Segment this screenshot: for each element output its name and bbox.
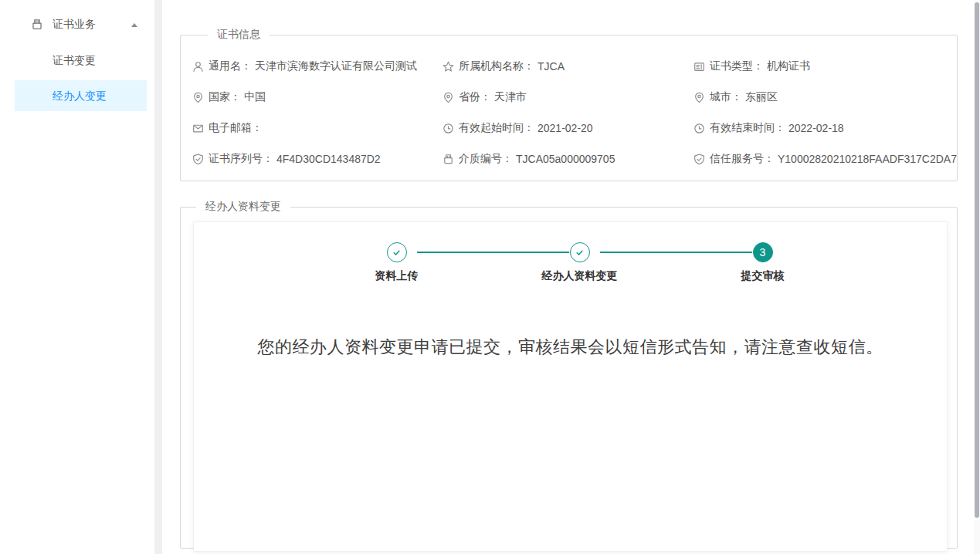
- field-label: 有效起始时间：: [459, 121, 534, 135]
- field-value: TJCA: [537, 60, 565, 73]
- field-label: 有效结束时间：: [710, 121, 785, 135]
- progress-stepper: 资料上传 经办人资料变更 3 提交审核: [203, 242, 956, 283]
- field-label: 证书序列号：: [209, 152, 273, 166]
- field-email: 电子邮箱：: [192, 113, 443, 144]
- step-agent-info-change: 经办人资料变更: [488, 242, 671, 283]
- step-connector: [600, 252, 752, 253]
- step-data-upload: 资料上传: [305, 242, 488, 283]
- agent-change-legend: 经办人资料变更: [196, 200, 290, 214]
- user-icon: [192, 61, 204, 73]
- field-value: 天津市滨海数字认证有限公司测试: [255, 59, 417, 73]
- shield-check-icon: [192, 154, 204, 165]
- location-icon: [192, 92, 204, 103]
- sidebar-menu-cert-business[interactable]: 证书业务: [0, 9, 154, 40]
- submission-result-message: 您的经办人资料变更申请已提交，审核结果会以短信形式告知，请注意查收短信。: [194, 336, 947, 359]
- clock-icon: [443, 123, 454, 134]
- field-label: 介质编号：: [459, 152, 513, 166]
- field-org-name: 所属机构名称： TJCA: [443, 51, 693, 82]
- page-scrollbar-thumb[interactable]: [975, 2, 979, 518]
- field-label: 电子邮箱：: [209, 121, 263, 135]
- field-value: 中国: [244, 90, 266, 104]
- field-value: 4F4D30CD143487D2: [276, 153, 381, 165]
- step-number: 3: [753, 242, 773, 262]
- star-icon: [443, 61, 454, 73]
- agent-change-panel: 经办人资料变更 资料上传 经办人资料变更: [180, 200, 958, 549]
- sidebar-item-cert-change[interactable]: 证书变更: [0, 45, 154, 76]
- idcard-icon: [693, 61, 705, 73]
- field-country: 国家： 中国: [192, 82, 443, 113]
- sidebar: 证书业务 证书变更 经办人变更: [0, 0, 154, 554]
- field-label: 国家：: [209, 90, 241, 104]
- clock-icon: [693, 123, 705, 134]
- certificate-fields-grid: 通用名： 天津市滨海数字认证有限公司测试 所属机构名称： TJCA 证书类型： …: [192, 51, 957, 174]
- usb-icon: [443, 154, 454, 165]
- step-label: 经办人资料变更: [542, 269, 618, 283]
- field-label: 通用名：: [209, 59, 252, 73]
- location-icon: [443, 92, 454, 103]
- field-province: 省份： 天津市: [443, 82, 693, 113]
- step-check-icon: [387, 242, 407, 262]
- field-trust-service-number: 信任服务号： Y10002820210218FAADF317C2DA7326: [693, 144, 957, 174]
- field-value: TJCA05a000009705: [516, 153, 615, 165]
- main-content: 证书信息 通用名： 天津市滨海数字认证有限公司测试 所属机构名称： TJCA: [162, 0, 980, 554]
- agent-change-card: 资料上传 经办人资料变更 3 提交审核 您的经办: [193, 221, 948, 552]
- field-value: 东丽区: [745, 90, 778, 104]
- certificate-info-legend: 证书信息: [208, 28, 270, 42]
- step-connector: [417, 252, 569, 253]
- sidebar-menu-title: 证书业务: [53, 18, 131, 32]
- mail-icon: [192, 123, 204, 134]
- step-submit-review: 3 提交审核: [671, 242, 854, 283]
- field-value: 2022-02-18: [788, 122, 844, 134]
- field-label: 省份：: [459, 90, 491, 104]
- field-label: 信任服务号：: [710, 152, 775, 166]
- chevron-up-icon: [131, 23, 137, 27]
- sidebar-scrollbar[interactable]: [154, 0, 162, 554]
- field-value: Y10002820210218FAADF317C2DA7326: [778, 153, 957, 165]
- shield-check-icon: [693, 154, 705, 165]
- usb-icon: [31, 19, 43, 31]
- step-label: 资料上传: [375, 269, 419, 283]
- sidebar-item-agent-change[interactable]: 经办人变更: [15, 80, 147, 111]
- field-cert-type: 证书类型： 机构证书: [693, 51, 957, 82]
- field-serial-number: 证书序列号： 4F4D30CD143487D2: [192, 144, 443, 174]
- step-check-icon: [570, 242, 590, 262]
- field-label: 证书类型：: [710, 59, 764, 73]
- field-value: 机构证书: [767, 59, 810, 73]
- field-city: 城市： 东丽区: [693, 82, 957, 113]
- step-label: 提交审核: [741, 269, 785, 283]
- field-media-number: 介质编号： TJCA05a000009705: [443, 144, 693, 174]
- app-window: 证书业务 证书变更 经办人变更 证书信息 通用名： 天津市滨海数字认证有限公司测…: [0, 0, 980, 554]
- field-label: 所属机构名称：: [459, 59, 534, 73]
- field-valid-to: 有效结束时间： 2022-02-18: [693, 113, 957, 144]
- field-label: 城市：: [710, 90, 742, 104]
- field-value: 2021-02-20: [537, 122, 593, 134]
- field-value: 天津市: [494, 90, 527, 104]
- location-icon: [693, 92, 705, 103]
- field-common-name: 通用名： 天津市滨海数字认证有限公司测试: [192, 51, 443, 82]
- field-valid-from: 有效起始时间： 2021-02-20: [443, 113, 693, 144]
- certificate-info-panel: 证书信息 通用名： 天津市滨海数字认证有限公司测试 所属机构名称： TJCA: [180, 28, 958, 181]
